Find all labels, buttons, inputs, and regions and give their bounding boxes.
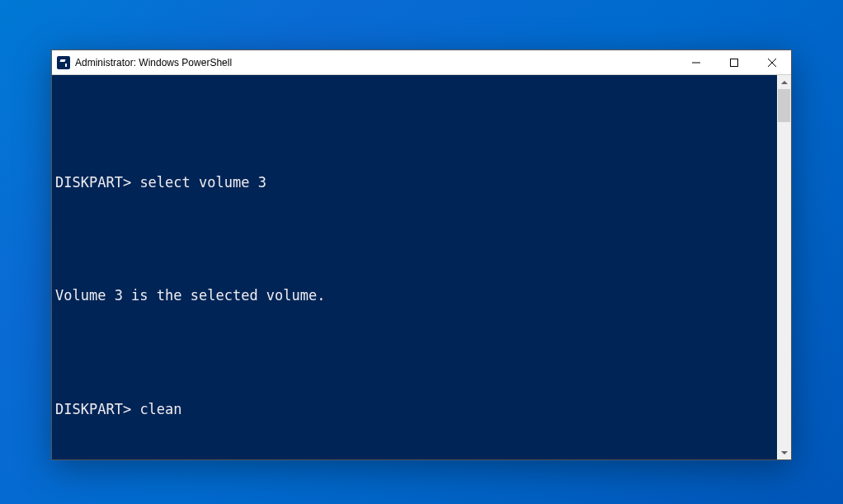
prompt: DISKPART> [55,173,131,192]
window-controls [677,50,791,74]
svg-rect-1 [731,59,738,66]
prompt: DISKPART> [55,400,131,419]
scrollbar-track[interactable] [777,89,791,445]
chevron-up-icon [781,81,788,84]
maximize-icon [730,59,738,67]
output-selected-volume: Volume 3 is the selected volume. [55,286,772,305]
vertical-scrollbar[interactable] [777,75,791,459]
minimize-button[interactable] [677,50,715,74]
powershell-icon [57,56,70,69]
console-body: DISKPART> select volume 3 Volume 3 is th… [52,75,791,459]
close-button[interactable] [753,50,791,74]
command-select-volume: select volume 3 [139,173,266,192]
scroll-down-button[interactable] [777,445,791,459]
titlebar[interactable]: Administrator: Windows PowerShell [52,50,791,75]
scrollbar-thumb[interactable] [778,89,790,122]
console-output[interactable]: DISKPART> select volume 3 Volume 3 is th… [52,75,777,459]
maximize-button[interactable] [715,50,753,74]
chevron-down-icon [781,451,788,455]
window-title: Administrator: Windows PowerShell [75,57,677,68]
powershell-window: Administrator: Windows PowerShell DISKPA… [51,49,792,460]
scroll-up-button[interactable] [777,75,791,89]
command-clean: clean [139,400,181,419]
close-icon [768,59,776,67]
prompt-line-1: DISKPART> select volume 3 [55,173,772,192]
prompt-line-2: DISKPART> clean [55,400,772,419]
minimize-icon [692,59,700,67]
